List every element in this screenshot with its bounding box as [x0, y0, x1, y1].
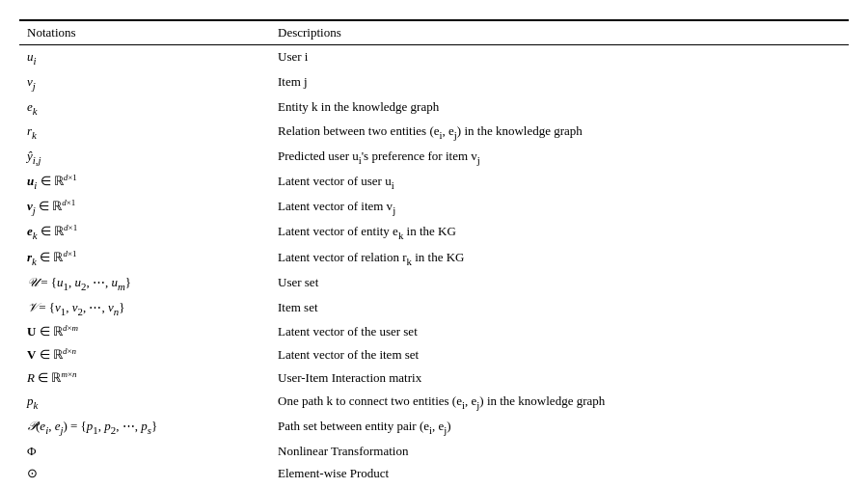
- description-cell: Latent vector of user ui: [270, 170, 849, 195]
- table-row: 𝒫(ei, ej) = {p1, p2, ⋯, ps}Path set betw…: [19, 415, 849, 440]
- description-cell: Latent vector of relation rk in the KG: [270, 246, 849, 271]
- table-row: ekEntity k in the knowledge graph: [19, 95, 849, 121]
- table-row: ŷi,jPredicted user ui's preference for i…: [19, 145, 849, 170]
- description-cell: Latent vector of the user set: [270, 320, 849, 343]
- notation-cell: vj ∈ ℝd×1: [19, 195, 270, 220]
- notation-cell: ⊕: [19, 485, 270, 488]
- notation-cell: vj: [19, 70, 270, 95]
- description-cell: Item set: [270, 296, 849, 321]
- description-cell: Vector concatenation operation: [270, 485, 849, 488]
- notation-cell: ŷi,j: [19, 145, 270, 170]
- description-cell: One path k to connect two entities (ei, …: [270, 390, 849, 415]
- table-row: rkRelation between two entities (ei, ej)…: [19, 120, 849, 145]
- table-row: R ∈ ℝm×nUser-Item Interaction matrix: [19, 366, 849, 390]
- description-cell: Path set between entity pair (ei, ej): [270, 415, 849, 440]
- notation-cell: 𝒫(ei, ej) = {p1, p2, ⋯, ps}: [19, 415, 270, 440]
- notation-cell: V ∈ ℝd×n: [19, 343, 270, 366]
- notation-cell: ui: [19, 45, 270, 70]
- table-row: U ∈ ℝd×mLatent vector of the user set: [19, 320, 849, 343]
- notation-cell: ⊙: [19, 462, 270, 485]
- table-row: uiUser i: [19, 45, 849, 70]
- description-cell: User-Item Interaction matrix: [270, 366, 849, 390]
- header-descriptions: Descriptions: [270, 20, 849, 45]
- description-cell: Latent vector of the item set: [270, 343, 849, 366]
- notation-cell: U ∈ ℝd×m: [19, 320, 270, 343]
- table-row: ek ∈ ℝd×1Latent vector of entity ek in t…: [19, 220, 849, 245]
- table-row: rk ∈ ℝd×1Latent vector of relation rk in…: [19, 246, 849, 271]
- description-cell: Element-wise Product: [270, 462, 849, 485]
- description-cell: User i: [270, 45, 849, 70]
- notation-cell: 𝒰 = {u1, u2, ⋯, um}: [19, 271, 270, 296]
- description-cell: Nonlinear Transformation: [270, 440, 849, 463]
- notation-cell: R ∈ ℝm×n: [19, 366, 270, 390]
- description-cell: Relation between two entities (ei, ej) i…: [270, 120, 849, 145]
- notation-table: Notations Descriptions uiUser ivjItem je…: [19, 19, 849, 488]
- table-row: 𝒰 = {u1, u2, ⋯, um}User set: [19, 271, 849, 296]
- notation-cell: rk ∈ ℝd×1: [19, 246, 270, 271]
- notation-cell: ui ∈ ℝd×1: [19, 170, 270, 195]
- description-cell: Item j: [270, 70, 849, 95]
- table-header-row: Notations Descriptions: [19, 20, 849, 45]
- table-row: V ∈ ℝd×nLatent vector of the item set: [19, 343, 849, 366]
- notation-cell: ek ∈ ℝd×1: [19, 220, 270, 245]
- notation-cell: pk: [19, 390, 270, 415]
- header-notations: Notations: [19, 20, 270, 45]
- notation-table-container: Notations Descriptions uiUser ivjItem je…: [19, 19, 849, 488]
- table-row: vj ∈ ℝd×1Latent vector of item vj: [19, 195, 849, 220]
- table-row: pkOne path k to connect two entities (ei…: [19, 390, 849, 415]
- description-cell: Predicted user ui's preference for item …: [270, 145, 849, 170]
- table-row: ⊙Element-wise Product: [19, 462, 849, 485]
- description-cell: Latent vector of item vj: [270, 195, 849, 220]
- notation-cell: rk: [19, 120, 270, 145]
- notation-cell: ek: [19, 95, 270, 121]
- table-row: vjItem j: [19, 70, 849, 95]
- description-cell: Latent vector of entity ek in the KG: [270, 220, 849, 245]
- table-row: ⊕Vector concatenation operation: [19, 485, 849, 488]
- description-cell: User set: [270, 271, 849, 296]
- table-row: ΦNonlinear Transformation: [19, 440, 849, 463]
- description-cell: Entity k in the knowledge graph: [270, 95, 849, 121]
- notation-cell: 𝒱 = {v1, v2, ⋯, vn}: [19, 296, 270, 321]
- notation-cell: Φ: [19, 440, 270, 463]
- table-row: 𝒱 = {v1, v2, ⋯, vn}Item set: [19, 296, 849, 321]
- table-row: ui ∈ ℝd×1Latent vector of user ui: [19, 170, 849, 195]
